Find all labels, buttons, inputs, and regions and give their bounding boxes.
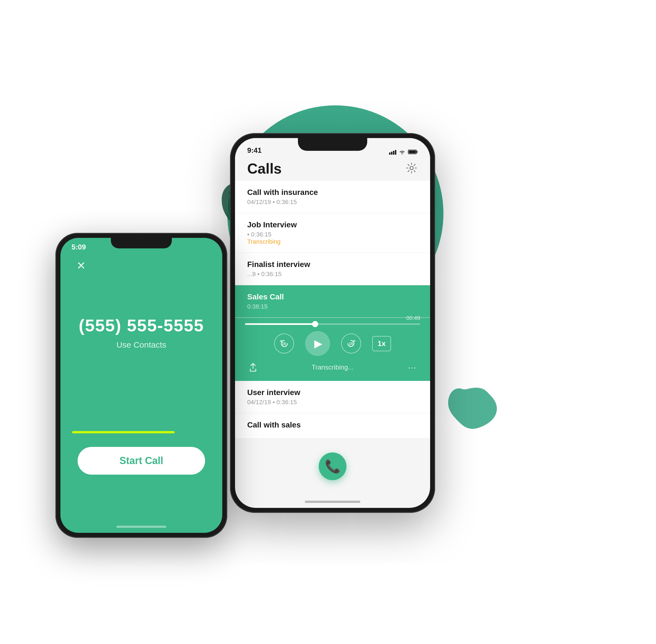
phone-number-display: (555) 555-5555 Use Contacts — [61, 316, 222, 350]
signal-icon — [389, 149, 396, 155]
player-controls: 15 ▶ — [245, 331, 420, 356]
rewind-button[interactable]: 15 — [274, 334, 294, 353]
call-item-sales[interactable]: Sales Call 0:38:15 — [235, 285, 430, 318]
progress-time: 00:49 — [406, 315, 420, 321]
call-title: Call with sales — [247, 420, 418, 430]
right-phone-screen: 9:41 — [235, 138, 430, 508]
transcribing-status: Transcribing — [247, 238, 418, 245]
more-icon: ··· — [408, 363, 416, 372]
calls-header: Calls — [235, 158, 430, 181]
status-icons — [389, 149, 418, 155]
call-item-user-interview[interactable]: User interview 04/12/19 • 0:36:15 — [235, 381, 430, 413]
share-button[interactable] — [246, 361, 260, 374]
speed-label: 1x — [378, 339, 386, 348]
left-phone-notch — [111, 238, 172, 248]
transcribe-row: Transcribing... ··· — [245, 361, 420, 374]
right-home-indicator — [305, 501, 360, 503]
phone-number-text: (555) 555-5555 — [61, 316, 222, 335]
accent-underline — [72, 431, 174, 433]
right-phone-shell: 9:41 — [230, 133, 435, 513]
svg-point-3 — [410, 166, 413, 170]
call-title: User interview — [247, 388, 418, 397]
left-phone: 5:09 ✕ (555) 555-5555 Use Contacts Start… — [55, 233, 227, 538]
right-status-time: 9:41 — [247, 146, 262, 155]
share-icon — [248, 362, 258, 372]
more-button[interactable]: ··· — [405, 361, 419, 374]
call-title: Job Interview — [247, 221, 418, 229]
screen-inner: 9:41 — [235, 138, 430, 508]
speed-button[interactable]: 1x — [372, 336, 391, 351]
gear-icon — [405, 162, 418, 175]
start-call-label: Start Call — [119, 455, 163, 466]
call-title: Call with insurance — [247, 188, 418, 197]
call-meta: ...9 • 0:36:15 — [247, 271, 418, 278]
call-meta: 04/12/19 • 0:36:15 — [247, 399, 418, 406]
right-phone-notch — [298, 138, 367, 151]
settings-button[interactable] — [405, 162, 418, 176]
progress-thumb — [312, 321, 318, 327]
call-item-finalist[interactable]: Finalist interview ...9 • 0:36:15 — [235, 253, 430, 285]
call-item-call-sales[interactable]: Call with sales — [235, 413, 430, 439]
close-icon: ✕ — [76, 260, 86, 271]
right-phone: 9:41 — [230, 133, 435, 513]
forward-seconds: 15 — [349, 342, 353, 346]
rewind-seconds: 15 — [282, 342, 286, 346]
audio-player: 00:49 15 — [235, 318, 430, 381]
page-title: Calls — [247, 160, 282, 177]
forward-button[interactable]: 15 — [341, 334, 361, 353]
call-title: Sales Call — [247, 293, 418, 301]
battery-icon — [408, 149, 418, 155]
call-meta: 0:38:15 — [247, 303, 418, 310]
use-contacts-link[interactable]: Use Contacts — [61, 340, 222, 350]
left-phone-screen: 5:09 ✕ (555) 555-5555 Use Contacts Start… — [61, 238, 222, 533]
play-icon: ▶ — [314, 337, 322, 350]
call-meta: 04/12/19 • 0:36:15 — [247, 199, 418, 206]
wifi-icon — [399, 149, 406, 155]
close-button[interactable]: ✕ — [73, 257, 90, 274]
play-button[interactable]: ▶ — [305, 331, 330, 356]
svg-rect-1 — [417, 151, 418, 153]
left-status-time: 5:09 — [71, 241, 86, 251]
start-call-button[interactable]: Start Call — [77, 447, 205, 475]
phone-icon: 📞 — [325, 459, 341, 474]
progress-bar[interactable]: 00:49 — [245, 323, 420, 325]
transcribing-label: Transcribing... — [260, 364, 405, 371]
call-title: Finalist interview — [247, 260, 418, 269]
left-phone-shell: 5:09 ✕ (555) 555-5555 Use Contacts Start… — [55, 233, 227, 538]
svg-rect-2 — [409, 151, 416, 153]
call-fab-button[interactable]: 📞 — [319, 453, 347, 480]
call-item-job-interview[interactable]: Job Interview • 0:36:15 Transcribing — [235, 213, 430, 253]
blob-decoration-small — [445, 384, 501, 433]
progress-fill — [245, 323, 315, 325]
call-item-insurance[interactable]: Call with insurance 04/12/19 • 0:36:15 — [235, 181, 430, 213]
left-home-indicator — [116, 526, 166, 528]
call-meta: • 0:36:15 — [247, 231, 418, 238]
